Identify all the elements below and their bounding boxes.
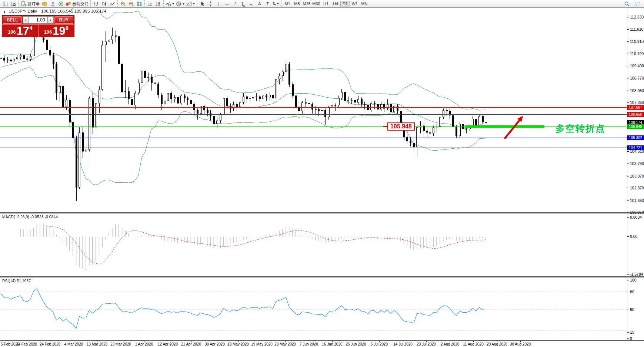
periods-icon[interactable]: ▼ [175, 0, 186, 7]
rsi-canvas[interactable] [0, 277, 627, 340]
date-label: 24 Feb 2020 [40, 342, 60, 346]
scale-tick-label: 112.330 [630, 15, 644, 19]
date-tick-mark [426, 341, 427, 342]
market-watch-icon[interactable] [1, 0, 9, 7]
scale-tick-mark [627, 78, 629, 78]
price-chip-105.302: 105.302 [627, 135, 644, 140]
auto-scroll-icon[interactable] [146, 0, 154, 7]
timeframe-button-h1[interactable]: H1 [321, 1, 331, 7]
timeframe-button-m5[interactable]: M5 [292, 1, 302, 7]
timeframe-button-h4[interactable]: H4 [331, 1, 340, 7]
buy-price[interactable]: 106 19 9 [39, 25, 74, 37]
scale-tick-mark [627, 310, 629, 310]
date-tick-mark [168, 341, 168, 342]
date-axis[interactable]: 5 Feb 202014 Feb 202024 Feb 20204 Mar 20… [0, 341, 644, 347]
candlestick-chart-icon[interactable] [100, 0, 108, 7]
equidistant-channel-icon[interactable]: ∥E [239, 0, 247, 7]
scale-tick-label: 0.8034 [630, 215, 642, 219]
text-icon[interactable]: A [256, 0, 264, 7]
chart-shift-icon[interactable] [154, 0, 162, 7]
lot-size-stepper: ▼ 1.00 ▲ [23, 16, 54, 24]
macd-label: MACD(12,26,9) -0.0523 -0.0844 [2, 215, 58, 219]
scale-tick-mark [627, 176, 629, 176]
text-label-icon[interactable]: T [264, 0, 272, 7]
date-tick-mark [356, 341, 356, 342]
symbol-name: USDJPY-,Daily [9, 9, 37, 13]
level-flag-leader [383, 126, 387, 127]
timeframe-group: M1M5M15M30H1H4D1W1MN [281, 0, 370, 7]
macd-canvas[interactable] [0, 213, 627, 276]
date-tick-mark [285, 341, 286, 342]
autotrading-button[interactable]: 自动交易 [65, 0, 89, 7]
new-order-button[interactable]: 新订单 [20, 0, 40, 7]
sell-price-big: 17 [17, 26, 29, 36]
trade-panel-prices: 106 17 4 106 19 9 [2, 24, 74, 37]
date-label: 1 Apr 2020 [135, 342, 153, 346]
chat-icon[interactable] [634, 0, 642, 7]
scale-tick-mark [627, 217, 629, 218]
search-icon[interactable] [623, 0, 631, 7]
lot-increase-button[interactable]: ▲ [47, 16, 54, 24]
toolbar-group [117, 0, 144, 7]
indicators-icon[interactable]: ▼ [165, 0, 175, 7]
scale-tick-label: 50 [630, 307, 634, 312]
scale-tick-label: 102.370 [630, 186, 644, 190]
community-icon[interactable] [49, 0, 57, 7]
bar-chart-icon[interactable] [92, 0, 100, 7]
pane-splitter[interactable] [0, 213, 644, 213]
timeframe-button-m30[interactable]: M30 [311, 1, 321, 7]
line-chart-icon[interactable] [108, 0, 116, 7]
price-chart-canvas[interactable] [0, 8, 627, 212]
vertical-line-icon[interactable]: | [215, 0, 223, 7]
trendline-icon[interactable]: / [231, 0, 239, 7]
turning-point-note[interactable]: 多空转折点 [555, 122, 605, 135]
level-flag-105948[interactable]: 105.948 [387, 122, 415, 131]
date-label: 20 Aug 2020 [487, 342, 507, 346]
date-label: 30 Apr 2020 [205, 342, 225, 346]
trade-panel-controls: SELL ▼ 1.00 ▲ BUY [2, 16, 74, 24]
buy-button[interactable]: BUY [54, 16, 73, 24]
date-label: 14 Feb 2020 [16, 342, 37, 346]
data-window-icon[interactable] [9, 0, 17, 7]
horizontal-line-icon[interactable]: — [223, 0, 231, 7]
signals-icon[interactable] [57, 0, 65, 7]
date-label: 25 Jun 2020 [346, 342, 366, 346]
lot-size-input[interactable]: 1.00 [29, 16, 47, 24]
timeframe-button-w1[interactable]: W1 [350, 1, 360, 7]
zoom-in-icon[interactable] [119, 0, 127, 7]
date-tick-mark [144, 341, 144, 342]
pane-splitter[interactable] [0, 276, 644, 277]
tile-windows-icon[interactable] [135, 0, 143, 7]
zoom-out-icon[interactable] [127, 0, 135, 7]
timeframe-button-m15[interactable]: M15 [302, 1, 311, 7]
timeframe-button-d1[interactable]: D1 [340, 1, 350, 7]
arrows-icon[interactable]: ⇅▼ [272, 0, 280, 7]
date-label: 14 Jul 2020 [393, 342, 413, 346]
scale-tick-label: 100 [630, 278, 637, 282]
one-click-trading-panel: SELL ▼ 1.00 ▲ BUY 106 17 4 106 19 9 [2, 15, 74, 37]
timeframe-button-m1[interactable]: M1 [283, 1, 292, 7]
date-tick-mark [450, 341, 450, 342]
lot-decrease-button[interactable]: ▼ [23, 16, 29, 24]
price-chip-107.067: 107.067 [627, 105, 644, 110]
fibonacci-icon[interactable]: ≡F [247, 0, 256, 7]
date-label: 19 May 2020 [251, 342, 273, 346]
sell-button[interactable]: SELL [3, 16, 22, 24]
date-tick-mark [27, 341, 27, 342]
date-tick-mark [191, 341, 191, 342]
cursor-icon[interactable] [198, 0, 207, 7]
pane-splitter[interactable] [0, 212, 644, 213]
expert-advisors-icon[interactable] [40, 0, 49, 7]
date-label: 2 Aug 2020 [441, 342, 460, 346]
scale-tick-mark [627, 91, 629, 91]
pane-splitter[interactable] [0, 277, 644, 277]
templates-icon[interactable]: ▼ [186, 0, 196, 7]
scale-tick-mark [627, 151, 629, 152]
collapse-arrow-icon[interactable]: ▲ [3, 10, 6, 13]
timeframe-button-mn[interactable]: MN [360, 1, 369, 7]
scale-tick-label: 15 [630, 330, 634, 334]
scale-tick-label: 109.490 [630, 64, 644, 68]
crosshair-icon[interactable] [207, 0, 215, 7]
scale-tick-mark [627, 274, 629, 274]
sell-price[interactable]: 106 17 4 [2, 25, 39, 37]
